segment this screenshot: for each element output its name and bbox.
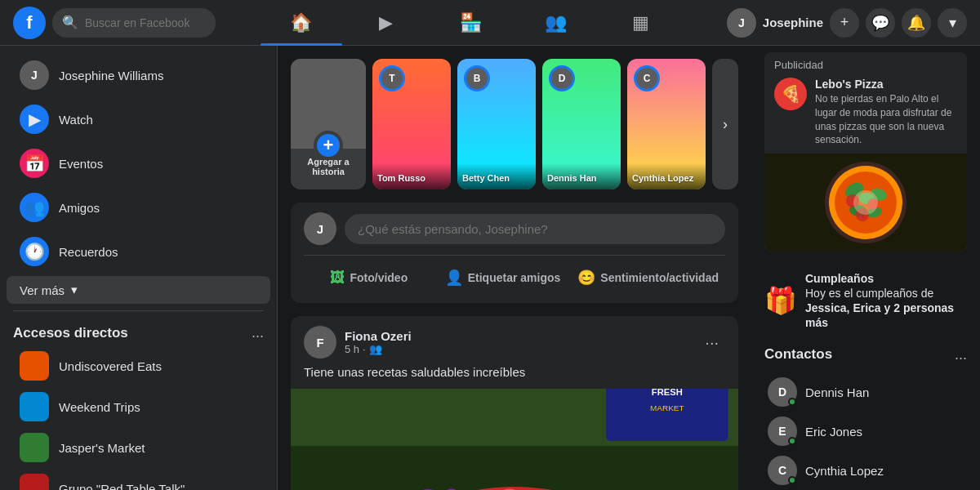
create-post-top: J: [304, 212, 725, 245]
post-time: 5 h: [345, 343, 359, 355]
feed: + Agregar ahistoria T Tom Russo B Betty …: [278, 46, 751, 490]
account-menu-button[interactable]: ▾: [938, 8, 967, 38]
watch-icon: ▶: [379, 12, 393, 33]
nav-store[interactable]: 🏪: [430, 3, 512, 42]
photo-icon: 🖼: [330, 270, 345, 287]
friends-sidebar-icon: 👥: [20, 193, 49, 222]
story-cynthia-lopez[interactable]: C Cynthia Lopez: [627, 59, 706, 189]
acceso-label-jasper: Jasper's Market: [59, 441, 145, 455]
post-meta: 5 h · 👥: [345, 343, 412, 355]
post-dot: ·: [363, 343, 366, 355]
acceso-weekend[interactable]: Weekend Trips: [7, 387, 270, 426]
story-name-tom: Tom Russo: [377, 173, 425, 183]
birthday-section-label: Cumpleaños: [805, 272, 874, 285]
contacts-header: Contactos ···: [764, 346, 967, 369]
add-button[interactable]: +: [830, 8, 859, 38]
photo-video-button[interactable]: 🖼 Foto/video: [304, 262, 434, 293]
acceso-redtable[interactable]: Grupo "Red Table Talk": [7, 469, 270, 490]
menu-icon: ▦: [632, 12, 649, 33]
tag-label: Etiquetar amigos: [468, 271, 561, 284]
stories-next-button[interactable]: ›: [712, 59, 738, 189]
ad-content: 🍕 Lebo's Pizza No te pierdas en Palo Alt…: [764, 74, 967, 154]
add-story-card[interactable]: + Agregar ahistoria: [291, 59, 366, 189]
sidebar-item-memories[interactable]: 🕐 Recuerdos: [7, 230, 270, 273]
contact-eric-jones[interactable]: E Eric Jones: [764, 412, 967, 451]
post-image: FRESH MARKET: [291, 389, 738, 490]
ad-image-svg: [764, 154, 967, 252]
post-card-fiona: F Fiona Ozeri 5 h · 👥 ··· Tiene unas rec…: [291, 316, 738, 490]
add-story-button[interactable]: +: [314, 131, 343, 160]
feeling-label: Sentimiento/actividad: [600, 271, 719, 284]
nav-home[interactable]: 🏠: [261, 3, 342, 42]
story-overlay-cynthia: Cynthia Lopez: [627, 163, 706, 189]
watch-sidebar-icon: ▶: [20, 105, 49, 134]
accesos-section-header: Accesos directos ...: [0, 318, 277, 345]
acceso-jasper[interactable]: Jasper's Market: [7, 428, 270, 467]
nav-menu[interactable]: ▦: [600, 3, 682, 42]
memories-label: Recuerdos: [59, 245, 118, 259]
accesos-title: Accesos directos: [13, 325, 128, 341]
messenger-button[interactable]: 💬: [866, 8, 895, 38]
sidebar-divider: [13, 310, 264, 311]
story-betty-chen[interactable]: B Betty Chen: [457, 59, 536, 189]
tag-friends-button[interactable]: 👤 Etiquetar amigos: [438, 262, 568, 293]
search-icon: 🔍: [62, 15, 78, 30]
photo-label: Foto/video: [350, 271, 408, 284]
post-privacy-icon: 👥: [369, 343, 382, 355]
search-bar[interactable]: 🔍: [52, 8, 216, 38]
sidebar-item-user[interactable]: J Josephine Williams: [7, 54, 270, 96]
ad-logo: 🍕: [774, 78, 807, 110]
story-tom-russo[interactable]: T Tom Russo: [372, 59, 451, 189]
svg-rect-1: [291, 446, 738, 490]
acceso-thumb-redtable: [20, 474, 49, 490]
acceso-thumb-jasper: [20, 433, 49, 462]
sidebar-left: J Josephine Williams ▶ Watch 📅 Eventos 👥…: [0, 46, 278, 490]
post-more-button[interactable]: ···: [698, 330, 725, 355]
contact-cynthia-lopez[interactable]: C Cynthia Lopez: [764, 451, 967, 490]
contacts-more-button[interactable]: ···: [955, 350, 967, 367]
user-avatar: J: [20, 60, 49, 90]
contact-avatar-eric: E: [768, 416, 797, 446]
sidebar-item-friends[interactable]: 👥 Amigos: [7, 186, 270, 229]
birthday-card: 🎁 Cumpleaños Hoy es el cumpleaños de Jes…: [764, 265, 967, 336]
create-post-card: J 🖼 Foto/video 👤 Etiquetar amigos 😊 Sent…: [291, 203, 738, 303]
ad-section-label: Publicidad: [764, 52, 967, 74]
ad-brand-desc: No te pierdas en Palo Alto el lugar de m…: [815, 92, 957, 147]
store-icon: 🏪: [460, 12, 482, 33]
ad-card: Publicidad 🍕 Lebo's Pizza No te pierdas …: [764, 52, 967, 252]
header-avatar[interactable]: J: [727, 8, 756, 38]
story-avatar-dennis: D: [549, 65, 575, 91]
sidebar-item-events[interactable]: 📅 Eventos: [7, 142, 270, 185]
story-dennis-han[interactable]: D Dennis Han: [542, 59, 621, 189]
acceso-thumb-undiscovered: [20, 351, 49, 381]
ver-mas-button[interactable]: Ver más ▾: [7, 276, 270, 304]
post-author: F Fiona Ozeri 5 h · 👥: [304, 326, 412, 359]
header-nav: 🏠 ▶ 🏪 👥 ▦: [261, 3, 682, 42]
sidebar-right: Publicidad 🍕 Lebo's Pizza No te pierdas …: [751, 46, 980, 490]
post-input[interactable]: [345, 214, 725, 244]
search-input[interactable]: [85, 16, 206, 29]
header: f 🔍 🏠 ▶ 🏪 👥 ▦ J Josephine + 💬 🔔 ▾: [0, 0, 980, 46]
accesos-more-button[interactable]: ...: [252, 324, 264, 341]
svg-text:MARKET: MARKET: [650, 403, 684, 412]
contact-online-eric: [788, 437, 796, 445]
story-avatar-cynthia: C: [634, 65, 660, 91]
watch-label: Watch: [59, 113, 93, 127]
contact-dennis-han[interactable]: D Dennis Han: [764, 372, 967, 412]
header-left: f 🔍: [13, 7, 216, 39]
facebook-logo[interactable]: f: [13, 7, 46, 39]
home-icon: 🏠: [290, 12, 312, 33]
header-username: Josephine: [763, 16, 823, 29]
create-post-actions: 🖼 Foto/video 👤 Etiquetar amigos 😊 Sentim…: [304, 255, 725, 293]
feeling-button[interactable]: 😊 Sentimiento/actividad: [571, 262, 725, 293]
nav-watch[interactable]: ▶: [345, 3, 427, 42]
acceso-undiscovered[interactable]: Undiscovered Eats: [7, 346, 270, 385]
notifications-button[interactable]: 🔔: [902, 8, 931, 38]
birthday-text-block: Cumpleaños Hoy es el cumpleaños de Jessi…: [805, 271, 967, 330]
contact-name-cynthia: Cynthia Lopez: [805, 464, 884, 478]
contacts-title: Contactos: [764, 346, 832, 363]
nav-groups[interactable]: 👥: [515, 3, 597, 42]
story-overlay-tom: Tom Russo: [372, 163, 451, 189]
story-overlay-dennis: Dennis Han: [542, 163, 621, 189]
sidebar-item-watch[interactable]: ▶ Watch: [7, 98, 270, 140]
